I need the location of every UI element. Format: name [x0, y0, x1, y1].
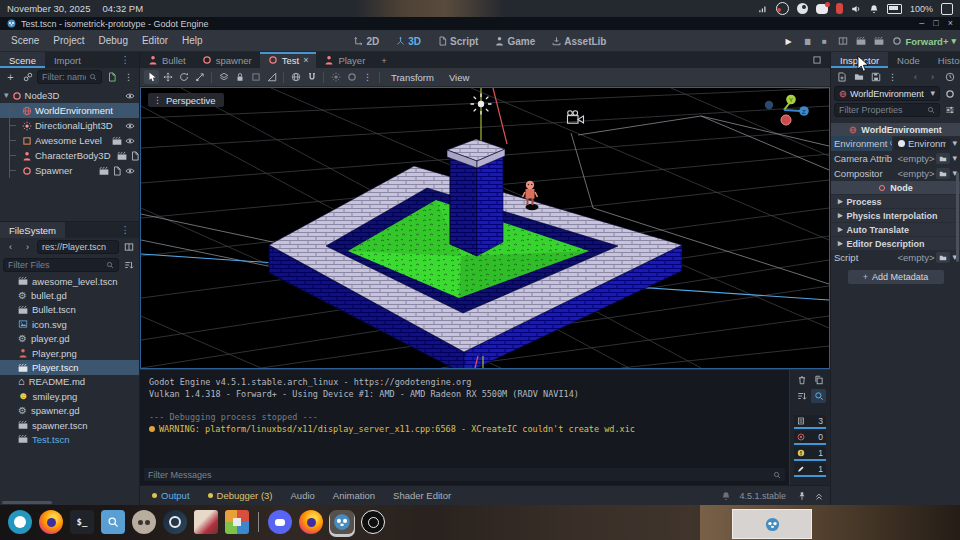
- sun-environment-menu-icon[interactable]: ⋮: [360, 70, 375, 84]
- history-list-button[interactable]: [942, 70, 957, 84]
- output-log[interactable]: Godot Engine v4.5.1.stable.arch_linux - …: [140, 370, 789, 465]
- filesystem-menu-icon[interactable]: ⋮: [112, 222, 140, 238]
- stop-button[interactable]: ■: [817, 34, 832, 49]
- microphone-tray-icon[interactable]: [836, 3, 843, 14]
- package-cube-icon[interactable]: [225, 510, 249, 534]
- property-environment[interactable]: Environment ↺ Environm ▾: [831, 136, 960, 151]
- tree-node-awesome-level[interactable]: Awesome Level: [0, 133, 139, 148]
- load-file-button[interactable]: [936, 153, 950, 164]
- load-file-button[interactable]: [936, 252, 950, 263]
- app-launcher-icon[interactable]: [8, 510, 32, 534]
- bottom-tab-audio[interactable]: Audio: [283, 490, 323, 501]
- firefox-icon[interactable]: [39, 510, 63, 534]
- pin-panel-button[interactable]: [794, 489, 809, 503]
- bottom-tab-debugger[interactable]: Debugger (3): [200, 490, 281, 501]
- scene-tab-player[interactable]: Player: [316, 52, 373, 68]
- tree-node-spawner[interactable]: Spawner: [0, 163, 139, 178]
- axis-x-ball[interactable]: [781, 115, 791, 125]
- tree-node-characterbody3d[interactable]: CharacterBody3D: [0, 148, 139, 163]
- pause-button[interactable]: ▮▮: [799, 34, 814, 49]
- property-filter-input[interactable]: [834, 103, 940, 117]
- file-row[interactable]: awesome_level.tscn: [0, 274, 139, 288]
- collapse-duplicates-button[interactable]: [794, 389, 809, 403]
- 3d-viewport[interactable]: ⋮ Perspective: [140, 87, 830, 369]
- close-tab-icon[interactable]: ×: [303, 56, 308, 65]
- steam-icon[interactable]: [163, 510, 187, 534]
- recovery-mode-button[interactable]: [889, 34, 904, 49]
- chevron-down-icon[interactable]: ▾: [952, 154, 957, 163]
- expand-viewport-icon[interactable]: [804, 52, 830, 68]
- copy-output-button[interactable]: [811, 373, 826, 387]
- obs-tray-icon[interactable]: [776, 2, 789, 15]
- group-process[interactable]: ▸Process: [831, 194, 960, 208]
- group-node-button[interactable]: [248, 70, 263, 84]
- mute-bell-icon[interactable]: [721, 491, 731, 501]
- bottom-tab-animation[interactable]: Animation: [325, 490, 383, 501]
- run-current-scene-button[interactable]: [835, 34, 850, 49]
- script-icon[interactable]: [130, 151, 140, 161]
- clear-output-button[interactable]: [794, 373, 809, 387]
- menu-editor[interactable]: Editor: [135, 35, 175, 46]
- visibility-icon[interactable]: [125, 121, 135, 131]
- search-output-button[interactable]: [811, 389, 826, 403]
- selectable-list-button[interactable]: [216, 70, 231, 84]
- inspector-scrollbar[interactable]: [956, 172, 959, 262]
- run-specific-scene-button[interactable]: [853, 34, 868, 49]
- maximize-button[interactable]: □: [933, 19, 938, 28]
- preview-sun-button[interactable]: [328, 70, 343, 84]
- file-row[interactable]: ⚙player.gd: [0, 332, 139, 346]
- window-preview-popup[interactable]: [732, 509, 812, 539]
- property-script[interactable]: Script <empty> ▾: [831, 250, 960, 265]
- history-back-icon[interactable]: ‹: [908, 70, 923, 84]
- volume-icon[interactable]: [851, 4, 861, 14]
- revert-icon[interactable]: ↺: [889, 139, 892, 148]
- workspace-script[interactable]: Script: [431, 36, 484, 47]
- file-row[interactable]: ⌂README.md: [0, 375, 139, 389]
- add-metadata-button[interactable]: + Add Metadata: [848, 270, 944, 284]
- discord-icon[interactable]: [268, 510, 292, 534]
- obs-icon[interactable]: [361, 510, 385, 534]
- visibility-icon[interactable]: [125, 91, 135, 101]
- gimp-icon[interactable]: [132, 510, 156, 534]
- file-row[interactable]: Player.png: [0, 346, 139, 360]
- menu-scene[interactable]: Scene: [4, 35, 46, 46]
- file-row[interactable]: ⚙spawner.gd: [0, 404, 139, 418]
- menu-help[interactable]: Help: [175, 35, 210, 46]
- property-camera-attributes[interactable]: Camera Attribut <empty> ▾: [831, 151, 960, 166]
- scene-tab-spawner[interactable]: spawner: [194, 52, 260, 68]
- load-file-button[interactable]: [936, 168, 950, 179]
- view-menu[interactable]: View: [442, 72, 476, 83]
- resource-path-field[interactable]: [37, 240, 119, 254]
- preview-environment-button[interactable]: [344, 70, 359, 84]
- move-mode-button[interactable]: [160, 70, 175, 84]
- attach-script-button[interactable]: [104, 70, 119, 84]
- version-label[interactable]: 4.5.1.stable: [733, 491, 792, 501]
- snap-toggle-button[interactable]: [304, 70, 319, 84]
- open-instance-icon[interactable]: [112, 136, 122, 146]
- filter-editor-messages[interactable]: 1: [794, 463, 826, 477]
- tab-history[interactable]: History: [929, 52, 960, 68]
- firefox-2-icon[interactable]: [299, 510, 323, 534]
- group-physics-interpolation[interactable]: ▸Physics Interpolation: [831, 208, 960, 222]
- art-window-icon[interactable]: [194, 510, 218, 534]
- open-instance-icon[interactable]: [117, 151, 127, 161]
- filter-warnings[interactable]: 1: [794, 447, 826, 461]
- split-view-button[interactable]: [121, 240, 136, 254]
- edited-node-selector[interactable]: WorldEnvironment ▾: [834, 86, 940, 101]
- tab-filesystem[interactable]: FileSystem: [0, 222, 65, 238]
- file-filter-input[interactable]: [3, 258, 119, 272]
- movie-maker-button[interactable]: [871, 34, 886, 49]
- menu-project[interactable]: Project: [46, 35, 91, 46]
- new-scene-tab-button[interactable]: +: [373, 52, 395, 68]
- visibility-icon[interactable]: [125, 166, 135, 176]
- ruler-mode-button[interactable]: [264, 70, 279, 84]
- select-mode-button[interactable]: [144, 70, 159, 84]
- play-button[interactable]: ▶: [781, 34, 796, 49]
- chevron-down-icon[interactable]: ▾: [952, 139, 957, 148]
- instantiate-scene-button[interactable]: [20, 70, 35, 84]
- file-row-selected[interactable]: Player.tscn: [0, 360, 139, 374]
- scene-tree-menu-icon[interactable]: ⋮: [121, 70, 136, 84]
- file-row[interactable]: ☻smiley.png: [0, 389, 139, 403]
- tab-node[interactable]: Node: [888, 52, 929, 68]
- tab-import[interactable]: Import: [45, 52, 90, 68]
